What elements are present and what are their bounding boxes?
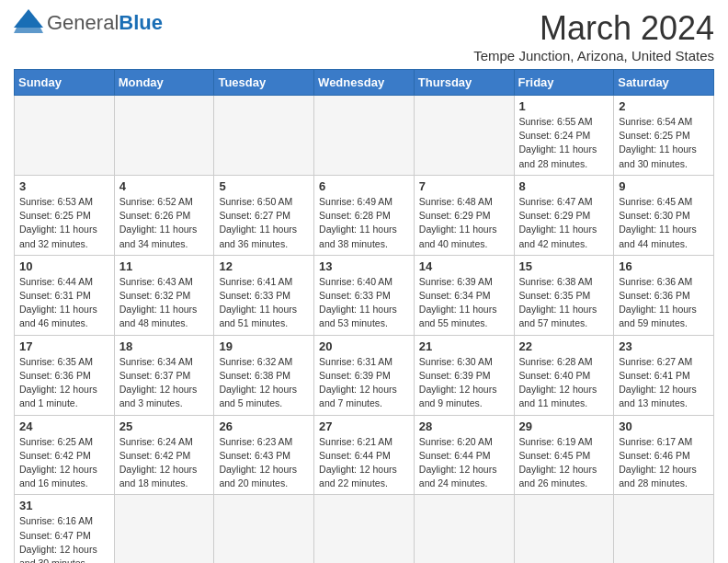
calendar-cell: 14Sunrise: 6:39 AM Sunset: 6:34 PM Dayli… bbox=[414, 255, 514, 335]
day-number: 1 bbox=[519, 99, 609, 113]
calendar-cell: 21Sunrise: 6:30 AM Sunset: 6:39 PM Dayli… bbox=[414, 335, 514, 415]
calendar-week-5: 24Sunrise: 6:25 AM Sunset: 6:42 PM Dayli… bbox=[15, 415, 714, 495]
calendar-cell: 26Sunrise: 6:23 AM Sunset: 6:43 PM Dayli… bbox=[214, 415, 314, 495]
day-info: Sunrise: 6:34 AM Sunset: 6:37 PM Dayligh… bbox=[119, 355, 210, 411]
header-saturday: Saturday bbox=[614, 70, 714, 96]
day-info: Sunrise: 6:53 AM Sunset: 6:25 PM Dayligh… bbox=[19, 195, 109, 251]
day-number: 13 bbox=[319, 259, 409, 273]
calendar-cell: 18Sunrise: 6:34 AM Sunset: 6:37 PM Dayli… bbox=[114, 335, 214, 415]
day-info: Sunrise: 6:28 AM Sunset: 6:40 PM Dayligh… bbox=[519, 355, 609, 411]
day-number: 11 bbox=[119, 259, 210, 273]
day-number: 16 bbox=[619, 259, 709, 273]
calendar-cell: 6Sunrise: 6:49 AM Sunset: 6:28 PM Daylig… bbox=[314, 175, 415, 255]
title-area: March 2024 Tempe Junction, Arizona, Unit… bbox=[473, 9, 714, 63]
calendar-week-1: 1Sunrise: 6:55 AM Sunset: 6:24 PM Daylig… bbox=[15, 96, 714, 176]
day-number: 7 bbox=[419, 179, 509, 193]
calendar-cell: 23Sunrise: 6:27 AM Sunset: 6:41 PM Dayli… bbox=[614, 335, 714, 415]
day-number: 23 bbox=[619, 339, 709, 353]
calendar-week-2: 3Sunrise: 6:53 AM Sunset: 6:25 PM Daylig… bbox=[15, 175, 714, 255]
calendar-cell: 8Sunrise: 6:47 AM Sunset: 6:29 PM Daylig… bbox=[514, 175, 614, 255]
day-info: Sunrise: 6:47 AM Sunset: 6:29 PM Dayligh… bbox=[519, 195, 609, 251]
day-number: 8 bbox=[519, 179, 609, 193]
calendar-cell bbox=[614, 495, 714, 563]
header-area: GeneralBlue March 2024 Tempe Junction, A… bbox=[14, 9, 714, 63]
logo-image bbox=[14, 9, 43, 37]
calendar-cell: 27Sunrise: 6:21 AM Sunset: 6:44 PM Dayli… bbox=[314, 415, 415, 495]
day-info: Sunrise: 6:24 AM Sunset: 6:42 PM Dayligh… bbox=[119, 435, 210, 491]
day-info: Sunrise: 6:31 AM Sunset: 6:39 PM Dayligh… bbox=[319, 355, 409, 411]
logo: GeneralBlue bbox=[14, 9, 163, 37]
calendar-cell: 20Sunrise: 6:31 AM Sunset: 6:39 PM Dayli… bbox=[314, 335, 415, 415]
day-number: 3 bbox=[19, 179, 109, 193]
day-number: 28 bbox=[419, 419, 509, 433]
calendar-cell: 1Sunrise: 6:55 AM Sunset: 6:24 PM Daylig… bbox=[514, 96, 614, 176]
day-number: 5 bbox=[219, 179, 309, 193]
calendar-cell: 11Sunrise: 6:43 AM Sunset: 6:32 PM Dayli… bbox=[114, 255, 214, 335]
day-number: 10 bbox=[19, 259, 109, 273]
calendar-cell: 2Sunrise: 6:54 AM Sunset: 6:25 PM Daylig… bbox=[614, 96, 714, 176]
day-number: 30 bbox=[619, 419, 709, 433]
day-info: Sunrise: 6:38 AM Sunset: 6:35 PM Dayligh… bbox=[519, 275, 609, 331]
header-monday: Monday bbox=[114, 70, 214, 96]
calendar-cell bbox=[414, 96, 514, 176]
calendar-cell: 17Sunrise: 6:35 AM Sunset: 6:36 PM Dayli… bbox=[15, 335, 115, 415]
logo-general: General bbox=[47, 11, 119, 34]
day-number: 4 bbox=[119, 179, 210, 193]
location-title: Tempe Junction, Arizona, United States bbox=[473, 48, 714, 63]
day-info: Sunrise: 6:44 AM Sunset: 6:31 PM Dayligh… bbox=[19, 275, 109, 331]
day-info: Sunrise: 6:41 AM Sunset: 6:33 PM Dayligh… bbox=[219, 275, 309, 331]
header-sunday: Sunday bbox=[15, 70, 115, 96]
calendar-cell: 13Sunrise: 6:40 AM Sunset: 6:33 PM Dayli… bbox=[314, 255, 415, 335]
day-info: Sunrise: 6:16 AM Sunset: 6:47 PM Dayligh… bbox=[19, 514, 109, 563]
calendar-cell: 3Sunrise: 6:53 AM Sunset: 6:25 PM Daylig… bbox=[15, 175, 115, 255]
logo-text: GeneralBlue bbox=[47, 11, 163, 35]
day-info: Sunrise: 6:50 AM Sunset: 6:27 PM Dayligh… bbox=[219, 195, 309, 251]
day-number: 17 bbox=[19, 339, 109, 353]
day-number: 19 bbox=[219, 339, 309, 353]
calendar-cell bbox=[114, 96, 214, 176]
calendar-cell bbox=[214, 96, 314, 176]
day-number: 2 bbox=[619, 99, 709, 113]
calendar-cell: 10Sunrise: 6:44 AM Sunset: 6:31 PM Dayli… bbox=[15, 255, 115, 335]
calendar-cell bbox=[414, 495, 514, 563]
day-info: Sunrise: 6:35 AM Sunset: 6:36 PM Dayligh… bbox=[19, 355, 109, 411]
day-info: Sunrise: 6:36 AM Sunset: 6:36 PM Dayligh… bbox=[619, 275, 709, 331]
day-info: Sunrise: 6:25 AM Sunset: 6:42 PM Dayligh… bbox=[19, 435, 109, 491]
calendar-cell bbox=[114, 495, 214, 563]
calendar-cell: 29Sunrise: 6:19 AM Sunset: 6:45 PM Dayli… bbox=[514, 415, 614, 495]
calendar-cell bbox=[15, 96, 115, 176]
day-number: 27 bbox=[319, 419, 409, 433]
day-number: 15 bbox=[519, 259, 609, 273]
calendar-cell: 4Sunrise: 6:52 AM Sunset: 6:26 PM Daylig… bbox=[114, 175, 214, 255]
logo-blue: Blue bbox=[119, 11, 163, 34]
svg-marker-1 bbox=[14, 18, 43, 33]
calendar-cell: 12Sunrise: 6:41 AM Sunset: 6:33 PM Dayli… bbox=[214, 255, 314, 335]
calendar-header-row: SundayMondayTuesdayWednesdayThursdayFrid… bbox=[15, 70, 714, 96]
day-info: Sunrise: 6:52 AM Sunset: 6:26 PM Dayligh… bbox=[119, 195, 210, 251]
calendar-cell: 25Sunrise: 6:24 AM Sunset: 6:42 PM Dayli… bbox=[114, 415, 214, 495]
header-friday: Friday bbox=[514, 70, 614, 96]
day-info: Sunrise: 6:30 AM Sunset: 6:39 PM Dayligh… bbox=[419, 355, 509, 411]
calendar-cell: 16Sunrise: 6:36 AM Sunset: 6:36 PM Dayli… bbox=[614, 255, 714, 335]
day-info: Sunrise: 6:21 AM Sunset: 6:44 PM Dayligh… bbox=[319, 435, 409, 491]
calendar-cell: 5Sunrise: 6:50 AM Sunset: 6:27 PM Daylig… bbox=[214, 175, 314, 255]
day-info: Sunrise: 6:39 AM Sunset: 6:34 PM Dayligh… bbox=[419, 275, 509, 331]
day-info: Sunrise: 6:23 AM Sunset: 6:43 PM Dayligh… bbox=[219, 435, 309, 491]
calendar-cell: 31Sunrise: 6:16 AM Sunset: 6:47 PM Dayli… bbox=[15, 495, 115, 563]
day-number: 20 bbox=[319, 339, 409, 353]
calendar-cell bbox=[514, 495, 614, 563]
day-info: Sunrise: 6:32 AM Sunset: 6:38 PM Dayligh… bbox=[219, 355, 309, 411]
day-number: 25 bbox=[119, 419, 210, 433]
day-info: Sunrise: 6:19 AM Sunset: 6:45 PM Dayligh… bbox=[519, 435, 609, 491]
day-number: 29 bbox=[519, 419, 609, 433]
day-number: 24 bbox=[19, 419, 109, 433]
calendar-cell bbox=[314, 96, 415, 176]
header-tuesday: Tuesday bbox=[214, 70, 314, 96]
header-wednesday: Wednesday bbox=[314, 70, 415, 96]
calendar-cell: 22Sunrise: 6:28 AM Sunset: 6:40 PM Dayli… bbox=[514, 335, 614, 415]
day-info: Sunrise: 6:43 AM Sunset: 6:32 PM Dayligh… bbox=[119, 275, 210, 331]
month-title: March 2024 bbox=[473, 9, 714, 48]
day-info: Sunrise: 6:49 AM Sunset: 6:28 PM Dayligh… bbox=[319, 195, 409, 251]
calendar-table: SundayMondayTuesdayWednesdayThursdayFrid… bbox=[14, 69, 714, 563]
day-number: 26 bbox=[219, 419, 309, 433]
